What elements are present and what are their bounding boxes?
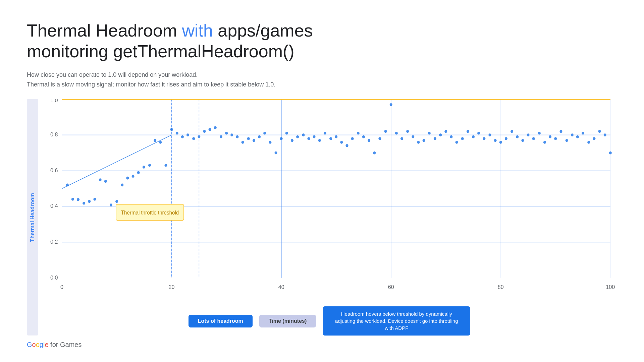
svg-point-46: [203, 130, 206, 133]
svg-point-101: [505, 137, 507, 140]
svg-point-72: [345, 144, 348, 147]
svg-text:0.6: 0.6: [50, 167, 58, 174]
svg-point-40: [170, 128, 173, 131]
svg-point-54: [247, 137, 250, 140]
time-minutes-label: Time (minutes): [259, 315, 316, 327]
svg-point-45: [198, 135, 200, 138]
svg-text:1.0: 1.0: [50, 99, 58, 104]
svg-point-115: [582, 132, 584, 135]
svg-point-68: [324, 132, 326, 135]
svg-point-83: [406, 130, 409, 133]
svg-text:Thermal throttle threshold: Thermal throttle threshold: [121, 210, 179, 216]
svg-point-27: [99, 179, 102, 182]
svg-point-67: [318, 139, 321, 142]
svg-point-55: [253, 139, 255, 142]
svg-point-113: [571, 134, 574, 137]
svg-point-50: [225, 132, 228, 135]
svg-point-94: [467, 130, 469, 133]
svg-point-65: [307, 137, 310, 140]
svg-point-34: [137, 171, 140, 174]
svg-point-110: [554, 137, 557, 140]
svg-point-76: [368, 139, 370, 142]
svg-point-43: [186, 134, 189, 137]
svg-text:0.2: 0.2: [50, 239, 58, 245]
y-axis-label: Thermal Headroom: [27, 99, 38, 336]
svg-point-58: [269, 141, 271, 144]
svg-point-93: [461, 137, 464, 140]
svg-point-99: [494, 139, 497, 142]
svg-point-88: [434, 137, 436, 140]
svg-point-74: [357, 132, 360, 135]
svg-point-77: [373, 152, 376, 155]
svg-point-30: [115, 200, 118, 203]
svg-text:60: 60: [388, 284, 394, 291]
svg-text:0.0: 0.0: [50, 275, 58, 281]
svg-point-37: [154, 139, 156, 142]
svg-point-62: [291, 139, 293, 142]
adpf-info-label: Headroom hovers below threshold by dynam…: [323, 306, 470, 336]
svg-point-96: [477, 132, 480, 135]
svg-point-95: [472, 135, 475, 138]
chart-svg: Thermal throttle threshold: [42, 99, 617, 304]
svg-point-47: [209, 128, 211, 131]
svg-point-105: [527, 134, 529, 137]
svg-point-112: [566, 139, 568, 142]
svg-text:0.4: 0.4: [50, 203, 58, 209]
svg-point-38: [159, 141, 162, 144]
svg-point-80: [390, 103, 392, 106]
svg-text:100: 100: [606, 284, 615, 291]
svg-point-78: [378, 137, 381, 140]
svg-point-87: [428, 132, 431, 135]
svg-point-89: [439, 134, 442, 137]
x-axis-area: Lots of headroom Time (minutes) Headroom…: [42, 306, 617, 336]
svg-point-66: [313, 135, 316, 138]
svg-point-118: [598, 130, 601, 133]
svg-point-60: [280, 137, 283, 140]
svg-point-21: [66, 184, 69, 187]
svg-point-28: [104, 180, 107, 183]
svg-point-31: [121, 184, 123, 187]
svg-point-120: [609, 152, 612, 155]
svg-point-69: [329, 137, 332, 140]
svg-point-84: [412, 135, 414, 138]
svg-point-29: [110, 204, 112, 207]
svg-point-90: [444, 130, 447, 133]
svg-point-44: [192, 137, 195, 140]
svg-point-22: [71, 198, 74, 201]
svg-text:40: 40: [278, 284, 284, 291]
svg-point-119: [604, 134, 606, 137]
svg-point-75: [362, 135, 365, 138]
svg-point-102: [511, 130, 513, 133]
google-logo: Google for Games: [27, 341, 82, 349]
svg-point-24: [83, 202, 85, 205]
svg-point-41: [176, 132, 178, 135]
svg-point-63: [296, 135, 299, 138]
svg-point-56: [258, 135, 261, 138]
svg-point-36: [148, 164, 151, 167]
svg-point-25: [88, 200, 91, 203]
svg-point-48: [214, 126, 217, 129]
svg-rect-0: [62, 99, 610, 278]
svg-point-100: [499, 141, 502, 144]
svg-point-104: [521, 139, 524, 142]
svg-text:0: 0: [60, 284, 63, 291]
svg-point-59: [274, 152, 277, 155]
svg-point-26: [93, 198, 96, 201]
svg-point-64: [302, 134, 305, 137]
svg-point-106: [532, 137, 535, 140]
svg-text:20: 20: [169, 284, 175, 291]
page-title: Thermal Headroom with apps/games monitor…: [27, 20, 617, 62]
svg-text:0.8: 0.8: [50, 131, 58, 138]
svg-point-81: [395, 132, 398, 135]
footer: Google for Games: [27, 341, 617, 349]
svg-point-97: [483, 137, 485, 140]
svg-point-107: [538, 132, 541, 135]
svg-point-79: [384, 130, 387, 133]
svg-point-49: [220, 135, 222, 138]
svg-point-98: [488, 134, 491, 137]
svg-point-92: [455, 141, 458, 144]
svg-point-35: [143, 166, 145, 169]
svg-point-85: [417, 141, 420, 144]
svg-point-61: [285, 132, 288, 135]
svg-point-23: [77, 198, 79, 201]
